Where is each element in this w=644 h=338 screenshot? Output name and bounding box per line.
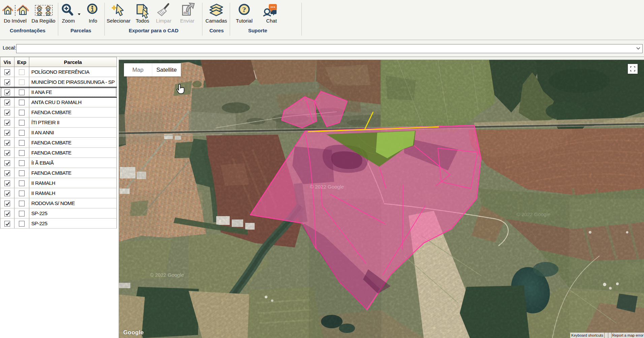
- svg-text:?: ?: [243, 5, 246, 14]
